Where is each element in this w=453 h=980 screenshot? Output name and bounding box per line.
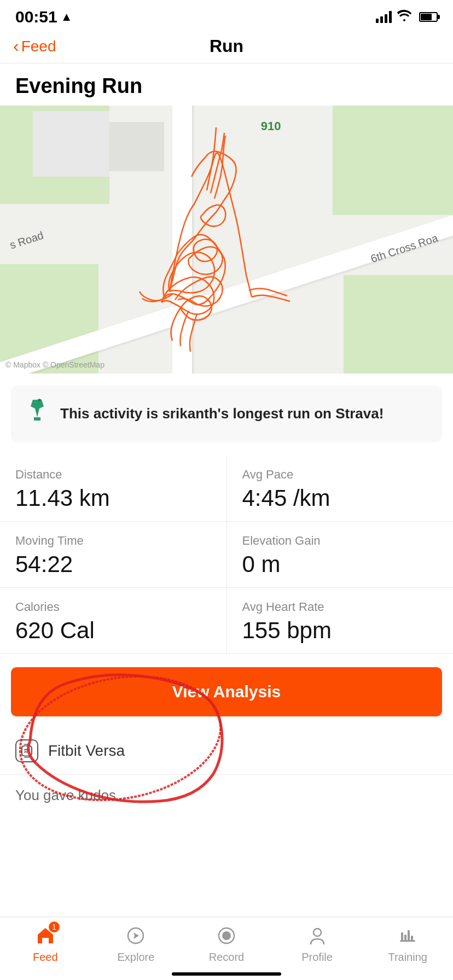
tab-profile[interactable]: Profile <box>272 924 363 964</box>
watch-icon <box>15 739 38 762</box>
view-analysis-button[interactable]: View Analysis <box>11 667 442 716</box>
kudos-text: You gave kudos <box>15 787 116 803</box>
stats-container: Distance 11.43 km Avg Pace 4:45 /km Movi… <box>0 456 453 654</box>
activity-title: Evening Run <box>0 63 453 106</box>
svg-rect-14 <box>404 935 406 940</box>
tab-feed-label: Feed <box>33 951 58 964</box>
svg-rect-3 <box>24 744 30 746</box>
chevron-left-icon: ‹ <box>13 36 19 56</box>
achievement-banner: This activity is srikanth's longest run … <box>11 386 442 442</box>
home-indicator <box>172 972 281 976</box>
svg-rect-5 <box>24 749 30 750</box>
stat-moving-time-label: Moving Time <box>15 534 211 548</box>
stat-elevation-label: Elevation Gain <box>242 534 438 548</box>
status-time: 00:51 <box>15 8 57 26</box>
nav-header: ‹ Feed Run <box>0 31 453 63</box>
stat-heart-rate-label: Avg Heart Rate <box>242 600 438 614</box>
back-label: Feed <box>21 38 56 55</box>
tab-explore-label: Explore <box>117 951 154 964</box>
tab-record-label: Record <box>209 951 244 964</box>
svg-marker-8 <box>133 932 139 939</box>
stat-calories: Calories 620 Cal <box>0 588 227 654</box>
location-arrow-icon: ▲ <box>61 10 73 24</box>
svg-rect-6 <box>24 751 27 752</box>
stat-moving-time: Moving Time 54:22 <box>0 522 227 587</box>
stat-avg-pace-value: 4:45 /km <box>242 485 438 511</box>
signal-icon <box>376 11 392 23</box>
stat-avg-pace-label: Avg Pace <box>242 468 438 482</box>
svg-point-10 <box>222 931 231 940</box>
record-icon <box>214 924 239 948</box>
status-icons <box>376 9 438 25</box>
svg-rect-12 <box>400 940 415 942</box>
stat-calories-label: Calories <box>15 600 211 614</box>
stats-row: Moving Time 54:22 Elevation Gain 0 m <box>0 522 453 588</box>
stat-calories-value: 620 Cal <box>15 617 211 644</box>
tab-bar: 1 Feed Explore Record Prof <box>0 917 453 980</box>
activity-map[interactable]: s Road 6th Cross Roa 910 © Mapbox © Open… <box>0 106 453 374</box>
tab-training-label: Training <box>388 951 427 964</box>
svg-rect-2 <box>22 746 32 756</box>
page-title: Run <box>210 36 243 56</box>
tab-training[interactable]: Training <box>362 924 453 964</box>
kudos-row: You gave kudos <box>0 775 453 816</box>
stats-row: Calories 620 Cal Avg Heart Rate 155 bpm <box>0 588 453 654</box>
profile-icon <box>305 924 329 948</box>
back-button[interactable]: ‹ Feed <box>13 36 56 56</box>
stat-distance-value: 11.43 km <box>15 485 211 511</box>
feed-badge: 1 <box>49 921 60 932</box>
svg-rect-4 <box>24 755 30 758</box>
svg-point-11 <box>313 929 321 936</box>
tab-explore[interactable]: Explore <box>91 924 182 964</box>
device-row: Fitbit Versa <box>0 727 453 775</box>
svg-rect-15 <box>408 930 410 940</box>
route-overlay <box>0 106 453 374</box>
svg-rect-13 <box>401 932 403 940</box>
stat-avg-pace: Avg Pace 4:45 /km <box>227 456 454 521</box>
trophy-icon <box>24 398 50 430</box>
device-name: Fitbit Versa <box>48 742 125 760</box>
tab-record[interactable]: Record <box>181 924 272 964</box>
explore-icon <box>124 924 148 948</box>
status-bar: 00:51 ▲ <box>0 0 453 31</box>
stats-row: Distance 11.43 km Avg Pace 4:45 /km <box>0 456 453 522</box>
view-analysis-label: View Analysis <box>172 682 281 701</box>
svg-rect-16 <box>411 936 413 940</box>
stat-distance-label: Distance <box>15 468 211 482</box>
tab-feed[interactable]: 1 Feed <box>0 924 91 964</box>
training-icon <box>396 924 420 948</box>
tab-profile-label: Profile <box>301 951 333 964</box>
achievement-text: This activity is srikanth's longest run … <box>60 405 384 423</box>
stat-distance: Distance 11.43 km <box>0 456 227 521</box>
svg-rect-0 <box>34 417 40 421</box>
home-icon: 1 <box>33 924 57 948</box>
stat-elevation-value: 0 m <box>242 551 438 578</box>
stat-heart-rate-value: 155 bpm <box>242 617 438 644</box>
stat-elevation: Elevation Gain 0 m <box>227 522 454 587</box>
wifi-icon <box>397 9 411 25</box>
stat-moving-time-value: 54:22 <box>15 551 211 578</box>
battery-icon <box>419 12 438 22</box>
stat-heart-rate: Avg Heart Rate 155 bpm <box>227 588 454 654</box>
